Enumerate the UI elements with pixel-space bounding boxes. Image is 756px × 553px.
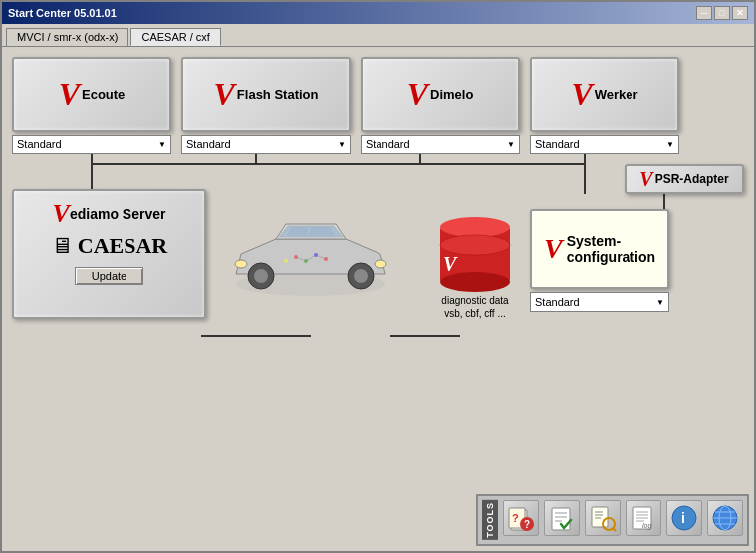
vediamo-v-logo: V: [53, 199, 70, 229]
svg-point-27: [440, 272, 510, 292]
svg-text:V: V: [443, 253, 458, 275]
werker-label: Werker: [595, 87, 638, 102]
info-icon[interactable]: i: [666, 500, 702, 536]
app-dimelo: V Dimelo Standard ▼: [361, 57, 520, 154]
svg-point-29: [440, 235, 510, 255]
flash-dropdown-arrow: ▼: [338, 140, 346, 149]
caesar-row: 🖥 CAESAR: [51, 233, 167, 259]
syscfg-dropdown[interactable]: Standard ▼: [530, 292, 669, 312]
werker-dropdown-arrow: ▼: [666, 140, 674, 149]
tab-bar: MVCI / smr-x (odx-x) CAESAR / cxf: [2, 24, 754, 47]
window-title: Start Center 05.01.01: [8, 7, 117, 19]
werker-v-logo: V: [571, 76, 592, 113]
caesar-label: CAESAR: [78, 233, 167, 259]
werker-dropdown[interactable]: Standard ▼: [530, 135, 679, 154]
svg-point-16: [375, 260, 386, 268]
werker-box[interactable]: V Werker: [530, 57, 679, 132]
system-config-area: V System- configuration Standard ▼: [530, 209, 669, 312]
app-werker: V Werker Standard ▼: [530, 57, 679, 154]
ecoute-box[interactable]: V Ecoute: [12, 57, 171, 132]
diagnostic-db-area: V diagnostic data vsb, cbf, cff ...: [435, 209, 515, 320]
dimelo-dropdown[interactable]: Standard ▼: [361, 135, 520, 154]
tab-mvci[interactable]: MVCI / smr-x (odx-x): [6, 28, 128, 46]
ecoute-label: Ecoute: [82, 87, 125, 102]
syscfg-labels: System- configuration: [567, 233, 655, 265]
app-ecoute: V Ecoute Standard ▼: [12, 57, 171, 154]
psr-label: PSR-Adapter: [655, 172, 729, 186]
car-area: [221, 199, 400, 314]
server-icon: 🖥: [51, 233, 73, 259]
app-boxes-row: V Ecoute Standard ▼ V Flash Station: [12, 57, 744, 154]
vediamo-name: ediamo Server: [70, 206, 166, 222]
main-content: V Ecoute Standard ▼ V Flash Station: [2, 47, 754, 551]
db-cylinder-svg: V: [435, 209, 515, 294]
flash-v-logo: V: [214, 76, 235, 113]
search-icon[interactable]: [585, 500, 621, 536]
validate-icon[interactable]: [544, 500, 580, 536]
flash-dropdown[interactable]: Standard ▼: [181, 135, 351, 154]
svg-rect-40: [592, 507, 608, 527]
title-bar-buttons: ─ □ ✕: [696, 6, 748, 20]
log-icon[interactable]: log: [626, 500, 661, 536]
main-window: Start Center 05.01.01 ─ □ ✕ MVCI / smr-x…: [0, 0, 756, 553]
db-label: diagnostic data vsb, cbf, cff ...: [441, 294, 508, 320]
dimelo-box[interactable]: V Dimelo: [361, 57, 520, 132]
flash-station-box[interactable]: V Flash Station: [181, 57, 351, 132]
ecoute-dropdown[interactable]: Standard ▼: [12, 135, 171, 154]
svg-rect-36: [552, 508, 570, 530]
svg-point-15: [354, 269, 368, 283]
web-icon[interactable]: [707, 500, 743, 536]
minimize-button[interactable]: ─: [696, 6, 712, 20]
svg-point-22: [284, 259, 288, 263]
ecoute-v-logo: V: [59, 76, 80, 113]
vediamo-server-box: V ediamo Server 🖥 CAESAR Update: [12, 189, 206, 319]
psr-v-logo: V: [639, 168, 652, 191]
tab-caesar[interactable]: CAESAR / cxf: [130, 28, 220, 46]
maximize-button[interactable]: □: [714, 6, 730, 20]
svg-point-17: [235, 260, 247, 268]
syscfg-dropdown-arrow: ▼: [656, 298, 664, 307]
dimelo-dropdown-arrow: ▼: [507, 140, 515, 149]
bottom-row: V ediamo Server 🖥 CAESAR Update: [12, 189, 744, 320]
svg-text:?: ?: [524, 519, 530, 530]
close-button[interactable]: ✕: [732, 6, 748, 20]
svg-text:log: log: [642, 522, 651, 530]
dimelo-v-logo: V: [407, 76, 428, 113]
ecoute-dropdown-arrow: ▼: [158, 140, 166, 149]
tools-bar: TOOLS ? ?: [476, 494, 749, 546]
svg-point-13: [254, 269, 268, 283]
title-bar: Start Center 05.01.01 ─ □ ✕: [2, 2, 754, 24]
update-button[interactable]: Update: [75, 267, 143, 285]
tools-label: TOOLS: [482, 500, 498, 540]
syscfg-label2: configuration: [567, 249, 655, 265]
svg-line-42: [613, 528, 616, 531]
car-svg: [221, 209, 400, 309]
syscfg-v-logo: V: [544, 233, 563, 265]
dimelo-label: Dimelo: [430, 87, 473, 102]
help-icon[interactable]: ? ?: [503, 500, 539, 536]
svg-text:?: ?: [512, 512, 519, 524]
car-image: [221, 204, 400, 314]
system-config-box[interactable]: V System- configuration: [530, 209, 669, 289]
vediamo-title-row: V ediamo Server: [53, 199, 166, 229]
syscfg-label1: System-: [567, 233, 655, 249]
app-flash-station: V Flash Station Standard ▼: [181, 57, 351, 154]
top-app-row: V Ecoute Standard ▼ V Flash Station: [12, 57, 744, 154]
svg-point-28: [440, 217, 510, 237]
flash-label: Flash Station: [237, 87, 319, 102]
svg-text:i: i: [681, 510, 685, 526]
